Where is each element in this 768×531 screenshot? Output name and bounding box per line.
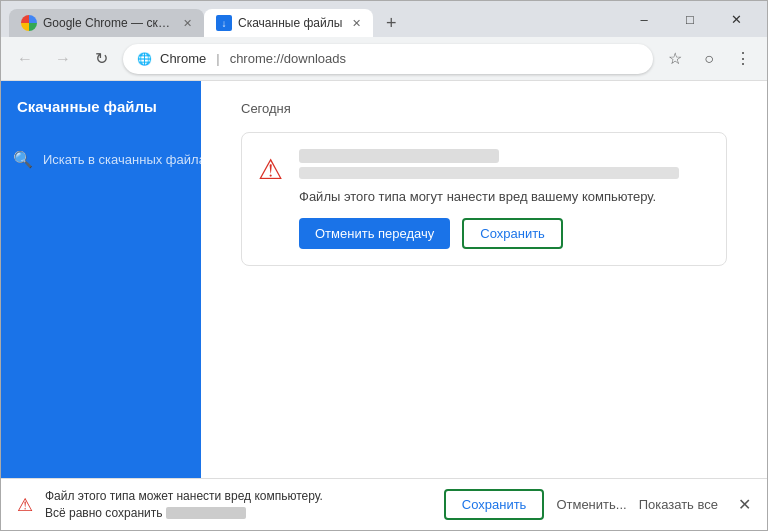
minimize-button[interactable]: –: [621, 1, 667, 37]
address-separator: |: [216, 51, 219, 66]
tab1-label: Google Chrome — скачать бесп...: [43, 16, 173, 30]
downloads-area: Сегодня ⚠ Файлы этого типа могут нанести…: [201, 81, 767, 478]
bottom-save-button[interactable]: Сохранить: [444, 489, 545, 520]
download-warning-text: Файлы этого типа могут нанести вред ваше…: [299, 189, 710, 204]
lock-icon: 🌐: [137, 52, 152, 66]
nav-right-buttons: ☆ ○ ⋮: [659, 43, 759, 75]
close-button[interactable]: ✕: [713, 1, 759, 37]
bottom-text-line1: Файл этого типа может нанести вред компь…: [45, 489, 323, 503]
search-input[interactable]: [43, 152, 211, 167]
window-controls: – □ ✕: [621, 1, 759, 37]
tab-downloads[interactable]: ↓ Скачанные файлы ✕: [204, 9, 373, 37]
download-card: ⚠ Файлы этого типа могут нанести вред ва…: [241, 132, 727, 266]
bottom-filename-blurred: [166, 507, 246, 519]
section-label: Сегодня: [241, 101, 727, 116]
menu-button[interactable]: ⋮: [727, 43, 759, 75]
navbar: ← → ↻ 🌐 Chrome | chrome://downloads ☆ ○ …: [1, 37, 767, 81]
download-favicon-icon: ↓: [216, 15, 232, 31]
tab2-label: Скачанные файлы: [238, 16, 342, 30]
download-filename: [299, 149, 499, 163]
bottom-text-line2: Всё равно сохранить: [45, 506, 162, 520]
tab2-close-icon[interactable]: ✕: [352, 17, 361, 30]
browser-window: Google Chrome — скачать бесп... ✕ ↓ Скач…: [0, 0, 768, 531]
tab1-close-icon[interactable]: ✕: [183, 17, 192, 30]
address-domain: Chrome: [160, 51, 206, 66]
sidebar-title: Скачанные файлы: [17, 97, 185, 117]
show-all-button[interactable]: Показать все: [639, 497, 718, 512]
save-button[interactable]: Сохранить: [462, 218, 563, 249]
chrome-favicon-icon: [21, 15, 37, 31]
tabs-area: Google Chrome — скачать бесп... ✕ ↓ Скач…: [9, 1, 621, 37]
bottom-warning-icon: ⚠: [17, 494, 33, 516]
profile-button[interactable]: ○: [693, 43, 725, 75]
refresh-button[interactable]: ↻: [85, 43, 117, 75]
download-url: [299, 167, 679, 179]
address-path: chrome://downloads: [230, 51, 346, 66]
tab-google-chrome[interactable]: Google Chrome — скачать бесп... ✕: [9, 9, 204, 37]
bottom-notification-bar: ⚠ Файл этого типа может нанести вред ком…: [1, 478, 767, 530]
bottom-close-button[interactable]: ✕: [738, 495, 751, 514]
new-tab-button[interactable]: +: [377, 9, 405, 37]
discard-button[interactable]: Отменить передачу: [299, 218, 450, 249]
bottom-cancel-button[interactable]: Отменить...: [556, 497, 626, 512]
search-icon: 🔍: [13, 150, 33, 169]
back-button[interactable]: ←: [9, 43, 41, 75]
sidebar-search-area: 🔍 ⋮: [1, 133, 201, 187]
download-actions: Отменить передачу Сохранить: [299, 218, 710, 249]
page-body: Скачанные файлы 🔍 ⋮ Сегодня ⚠ Файлы этог…: [1, 81, 767, 478]
maximize-button[interactable]: □: [667, 1, 713, 37]
sidebar-header: Скачанные файлы: [1, 81, 201, 133]
download-info: Файлы этого типа могут нанести вред ваше…: [299, 149, 710, 249]
bottom-warning-text: Файл этого типа может нанести вред компь…: [45, 488, 432, 522]
forward-button[interactable]: →: [47, 43, 79, 75]
sidebar: Скачанные файлы 🔍 ⋮: [1, 81, 201, 478]
bookmark-button[interactable]: ☆: [659, 43, 691, 75]
warning-triangle-icon: ⚠: [258, 153, 283, 186]
address-bar[interactable]: 🌐 Chrome | chrome://downloads: [123, 44, 653, 74]
titlebar: Google Chrome — скачать бесп... ✕ ↓ Скач…: [1, 1, 767, 37]
